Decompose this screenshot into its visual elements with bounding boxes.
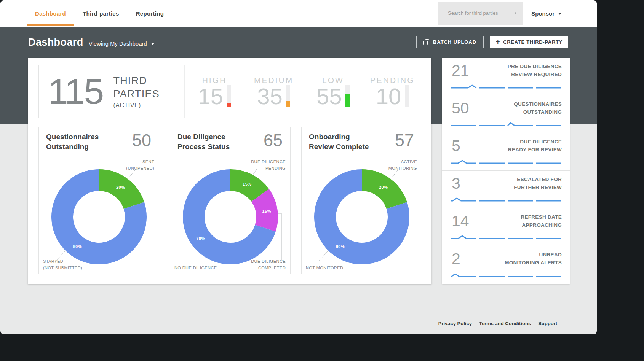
total-label-line2: PARTIES <box>113 87 159 101</box>
risk-gauge-fill <box>286 101 290 107</box>
account-menu[interactable]: Sponsor <box>531 0 562 27</box>
risk-count: 35 <box>257 85 283 108</box>
sparkline-svg <box>451 84 561 89</box>
chart-annotation: NO DUE DILIGENCE <box>174 265 217 271</box>
tab-reporting[interactable]: Reporting <box>128 0 173 27</box>
sidebar-card-escalated-review[interactable]: 3 ESCALATED FOR FURTHER REVIEW <box>442 171 570 208</box>
tab-dashboard[interactable]: Dashboard <box>27 0 74 27</box>
chart-annotation: SENT (UNOPENED) <box>126 159 154 171</box>
donut-slice <box>62 180 136 254</box>
total-label: THIRD PARTIES (ACTIVE) <box>113 74 159 109</box>
donut-slice <box>325 180 398 254</box>
chart-annotation: ACTIVE MONITORING <box>388 159 417 171</box>
account-menu-label: Sponsor <box>531 10 555 17</box>
terms-and-conditions-link[interactable]: Terms and Conditions <box>479 321 531 326</box>
footer: Privacy Policy Terms and Conditions Supp… <box>438 321 557 326</box>
action-items-sidebar: 21 PRE DUE DILIGENCE REVIEW REQUIRED 50 … <box>442 58 570 284</box>
chart-title: Questionnaires Outstanding <box>46 132 134 152</box>
chart-annotation: DUE DILIGENCE COMPLETED <box>251 258 286 271</box>
top-nav: Dashboard Third-parties Reporting Sponso… <box>0 0 597 27</box>
donut-slice <box>230 180 260 196</box>
sparkline-svg <box>451 159 561 165</box>
trend-sparkline <box>451 197 561 202</box>
chart-total: 65 <box>264 130 283 150</box>
tab-label: Reporting <box>136 10 164 17</box>
page-header: Dashboard Viewing My Dashboard BATCH UPL… <box>0 27 597 61</box>
total-label-line3: (ACTIVE) <box>113 102 159 109</box>
create-third-party-button[interactable]: + CREATE THIRD-PARTY <box>490 36 568 48</box>
sidebar-card-count: 3 <box>452 175 460 192</box>
trend-sparkline <box>451 84 561 89</box>
primary-tabs: Dashboard Third-parties Reporting <box>27 0 172 27</box>
trend-sparkline <box>451 235 561 240</box>
risk-stat-low: LOW 55 <box>304 65 363 118</box>
tab-third-parties[interactable]: Third-parties <box>74 0 128 27</box>
slice-percent-label: 20% <box>116 185 125 189</box>
trend-sparkline <box>451 159 561 165</box>
sidebar-card-pre-due-diligence-review[interactable]: 21 PRE DUE DILIGENCE REVIEW REQUIRED <box>442 58 570 95</box>
chart-total: 57 <box>395 130 414 150</box>
sidebar-card-refresh-date[interactable]: 14 REFRESH DATE APPROACHING <box>442 208 570 246</box>
sidebar-card-count: 21 <box>452 62 469 80</box>
chart-total: 50 <box>132 130 151 150</box>
sidebar-card-count: 50 <box>452 99 469 117</box>
view-selector-label: Viewing My Dashboard <box>89 41 147 47</box>
summary-stats-card: 115 THIRD PARTIES (ACTIVE) HIGH 15 <box>38 65 422 118</box>
chart-title: Onboarding Review Complete <box>309 132 397 152</box>
chart-annotation: STARTED (NOT SUBMITTED) <box>43 258 82 271</box>
screenshot-stage: Dashboard Third-parties Reporting Sponso… <box>0 0 644 361</box>
privacy-policy-link[interactable]: Privacy Policy <box>438 321 472 326</box>
sidebar-card-questionnaires-outstanding[interactable]: 50 QUESTIONNAIRES OUTSTANDING <box>442 95 570 133</box>
risk-gauge-fill <box>227 103 231 107</box>
sidebar-card-unread-monitoring-alerts[interactable]: 2 UNREAD MONITORING ALERTS <box>442 246 570 284</box>
search-icon[interactable] <box>515 10 516 16</box>
risk-count: 15 <box>198 85 224 108</box>
create-third-party-label: CREATE THIRD-PARTY <box>503 39 563 45</box>
chart-annotation: DUE DILIGENCE PENDING <box>251 159 286 171</box>
sidebar-card-label: REFRESH DATE APPROACHING <box>521 213 562 229</box>
app-window: Dashboard Third-parties Reporting Sponso… <box>0 0 597 334</box>
sidebar-card-label: DUE DILIGENCE READY FOR REVIEW <box>508 138 562 154</box>
sparkline-path <box>451 274 561 277</box>
sidebar-card-label: ESCALATED FOR FURTHER REVIEW <box>514 176 562 192</box>
dashboard-view-selector[interactable]: Viewing My Dashboard <box>89 41 155 47</box>
total-count: 115 <box>48 73 103 110</box>
slice-percent-label: 20% <box>379 185 388 189</box>
dashboard-main-card: 115 THIRD PARTIES (ACTIVE) HIGH 15 <box>28 58 431 284</box>
charts-row: Questionnaires Outstanding 50 20%80% SEN… <box>38 127 422 274</box>
support-link[interactable]: Support <box>538 321 557 326</box>
risk-gauge <box>227 85 231 107</box>
slice-percent-label: 15% <box>243 182 252 186</box>
donut-slice <box>99 180 134 206</box>
risk-stat-high: HIGH 15 <box>185 65 244 118</box>
sidebar-card-due-diligence-ready[interactable]: 5 DUE DILIGENCE READY FOR REVIEW <box>442 133 570 171</box>
slice-percent-label: 15% <box>262 209 272 213</box>
search-input[interactable] <box>448 10 515 16</box>
sparkline-path <box>451 236 561 239</box>
total-label-line1: THIRD <box>113 74 159 87</box>
page-title: Dashboard <box>28 37 83 48</box>
trend-sparkline <box>451 122 561 127</box>
chart-title: Due Diligence Process Status <box>177 132 266 152</box>
search-box[interactable] <box>438 2 523 25</box>
sidebar-card-label: QUESTIONNAIRES OUTSTANDING <box>514 100 562 116</box>
slice-percent-label: 70% <box>196 236 205 241</box>
slice-percent-label: 80% <box>336 244 345 249</box>
chart-card-onboarding-review-complete: Onboarding Review Complete 57 20%80% ACT… <box>301 127 422 274</box>
plus-icon: + <box>496 38 500 45</box>
sidebar-card-count: 14 <box>452 212 469 230</box>
trend-sparkline <box>451 273 561 278</box>
sparkline-svg <box>451 197 561 202</box>
sparkline-path <box>451 198 561 201</box>
risk-stat-medium: MEDIUM 35 <box>244 65 304 118</box>
sidebar-card-count: 5 <box>452 137 460 155</box>
risk-gauge <box>286 85 290 107</box>
batch-upload-button[interactable]: BATCH UPLOAD <box>416 36 484 48</box>
risk-stat-pending: PENDING 10 <box>363 65 422 118</box>
sparkline-svg <box>451 235 561 240</box>
risk-gauge <box>405 85 409 107</box>
sparkline-svg <box>451 122 561 127</box>
slice-percent-label: 80% <box>73 244 82 249</box>
chevron-down-icon <box>558 13 562 15</box>
donut-slice <box>362 180 397 206</box>
